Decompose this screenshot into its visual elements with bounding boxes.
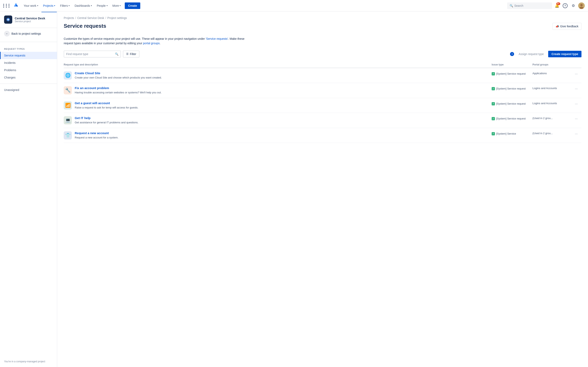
info-icon[interactable]: i [510,52,514,56]
issue-type-cell: ✓ [System] Service [492,131,532,136]
request-icon: 📶 [64,101,72,109]
issue-type-cell: ✓ [System] Service request [492,86,532,91]
issue-type-badge: ✓ [492,72,495,75]
help-icon[interactable]: ? [562,2,568,9]
sidebar-item-changes[interactable]: Changes [0,74,57,81]
chevron-down-icon: ▾ [69,4,70,7]
col-request-type: Request type and description [64,63,492,66]
request-cell: 💻 Get IT help Get assistance for general… [64,116,492,125]
sidebar-item-problems[interactable]: Problems [0,67,57,74]
table-row: 📶 Get a guest wifi account Raise a reque… [64,98,581,113]
request-title[interactable]: Request a new account [75,131,118,135]
back-icon: ← [4,31,10,36]
breadcrumb-projects[interactable]: Projects [64,16,74,20]
more-options-button[interactable]: ··· [573,131,581,137]
more-options-button[interactable]: ··· [573,71,581,77]
sidebar-project: Central Service Desk Service project [0,16,57,28]
divider [0,42,57,42]
more-options-button[interactable]: ··· [573,86,581,92]
sidebar-item-service-requests[interactable]: Service requests [0,52,57,59]
request-cell: 👕 Request a new account Request a new ac… [64,131,492,140]
issue-type-text: [System] Service request [496,102,526,106]
portal-groups-link[interactable]: portal groups [143,42,160,45]
table-row: 👕 Request a new account Request a new ac… [64,128,581,143]
nav-filters[interactable]: Filters ▾ [58,3,71,8]
chevron-down-icon: ▾ [37,4,38,7]
nav-your-work[interactable]: Your work ▾ [22,3,40,8]
sidebar-item-incidents[interactable]: Incidents [0,59,57,67]
svg-point-1 [580,4,583,6]
search-input[interactable] [514,4,550,7]
request-title[interactable]: Create Cloud Site [75,71,162,75]
portal-groups-cell: Logins and Accounts [532,101,573,105]
filter-button[interactable]: ☰ Filter [123,50,139,58]
breadcrumb: Projects / Central Service Desk / Projec… [64,16,581,20]
breadcrumb-project-settings[interactable]: Project settings [107,16,127,20]
request-icon: 🔧 [64,86,72,94]
issue-type-badge: ✓ [492,87,495,90]
nav-more[interactable]: More ▾ [111,3,122,8]
divider-2 [0,83,57,84]
nav-dashboards[interactable]: Dashboards ▾ [73,3,94,8]
create-request-type-button[interactable]: Create request type [548,51,581,57]
request-cell: 🔧 Fix an account problem Having trouble … [64,86,492,95]
more-options-button[interactable]: ··· [573,101,581,107]
toolbar: 🔍 ☰ Filter i Assign request type Create … [64,50,581,58]
request-description: Raise a request to ask for temp wifi acc… [75,106,138,110]
filter-icon: ☰ [126,52,129,55]
issue-type-cell: ✓ [System] Service request [492,71,532,76]
col-issue-type: Issue type [492,63,532,66]
portal-groups-cell: Logins and Accounts [532,86,573,90]
table-row: 🌐 Create Cloud Site Create your own Clou… [64,68,581,83]
search-box[interactable]: 🔍 [507,2,552,9]
more-options-button[interactable]: ··· [573,116,581,122]
col-portal-groups: Portal groups [532,63,573,66]
notifications-icon[interactable]: 🔔 9+ [554,2,560,9]
search-icon: 🔍 [115,52,118,56]
issue-type-badge: ✓ [492,132,495,135]
app-grid-icon[interactable] [3,4,11,8]
request-description: Create your own Cloud Site and choose wh… [75,76,162,80]
find-request-type-input[interactable] [66,52,114,56]
portal-groups-cell: (Used in 2 grou... [532,131,573,135]
issue-type-text: [System] Service request [496,72,526,76]
chevron-down-icon: ▾ [54,4,55,7]
issue-type-cell: ✓ [System] Service request [492,116,532,121]
request-icon: 👕 [64,131,72,140]
project-icon [4,16,12,24]
service-requests-link[interactable]: 'Service requests' [206,37,228,40]
issue-type-badge: ✓ [492,117,495,120]
back-to-settings[interactable]: ← Back to project settings [0,28,57,39]
portal-groups-cell: Applications [532,71,573,75]
find-request-type-search[interactable]: 🔍 [64,50,121,58]
chevron-down-icon: ▾ [107,4,108,7]
request-icon: 💻 [64,116,72,124]
avatar[interactable] [578,2,585,9]
sidebar-item-unassigned[interactable]: Unassigned [0,86,57,94]
breadcrumb-central-service-desk[interactable]: Central Service Desk [77,16,104,20]
project-name: Central Service Desk [15,17,45,20]
project-type: Service project [15,20,45,23]
issue-type-cell: ✓ [System] Service request [492,101,532,106]
give-feedback-button[interactable]: 📣 Give feedback [553,23,582,30]
request-description: Get assistance for general IT problems a… [75,120,138,125]
sidebar-footer: You're in a company-managed project [4,360,53,363]
logo[interactable] [13,2,19,9]
request-cell: 📶 Get a guest wifi account Raise a reque… [64,101,492,110]
table-body: 🌐 Create Cloud Site Create your own Clou… [64,68,581,143]
settings-icon[interactable]: ⚙ [570,2,577,9]
request-title[interactable]: Fix an account problem [75,86,162,90]
request-cell: 🌐 Create Cloud Site Create your own Clou… [64,71,492,80]
request-description: Having trouble accessing certain website… [75,91,162,95]
svg-point-3 [7,19,9,20]
nav-projects[interactable]: Projects ▾ [42,3,57,8]
table-row: 💻 Get IT help Get assistance for general… [64,113,581,128]
main-layout: Central Service Desk Service project ← B… [0,11,588,367]
create-button[interactable]: Create [125,2,140,9]
issue-type-text: [System] Service [496,132,516,136]
request-title[interactable]: Get a guest wifi account [75,101,138,105]
request-title[interactable]: Get IT help [75,116,138,120]
assign-request-type-button[interactable]: Assign request type [516,51,546,57]
nav-people[interactable]: People ▾ [95,3,109,8]
request-icon: 🌐 [64,71,72,80]
